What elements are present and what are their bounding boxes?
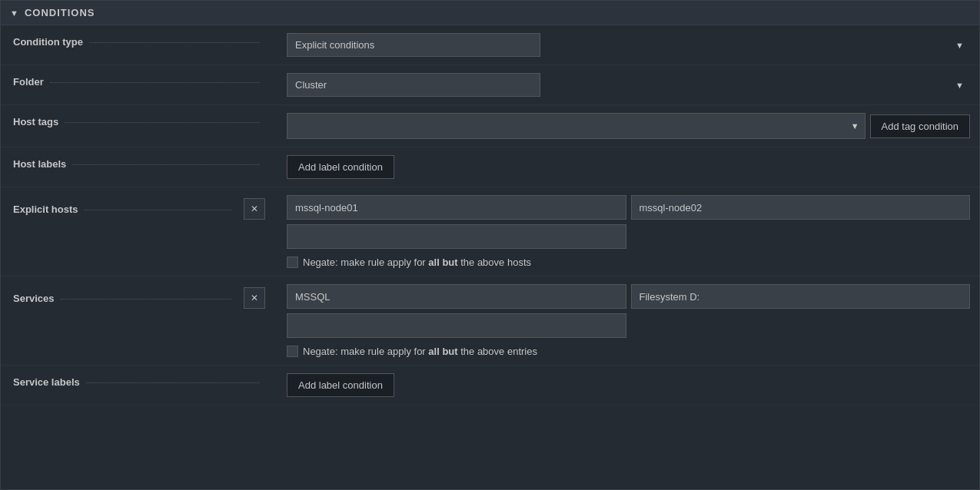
label-dots xyxy=(61,299,232,300)
host-tags-select-wrapper: ▼ xyxy=(287,113,865,139)
negate-prefix: Negate: make rule apply for xyxy=(303,257,428,268)
explicit-hosts-inputs xyxy=(287,195,970,249)
folder-select[interactable]: Cluster Main Other xyxy=(287,73,540,97)
explicit-hosts-negate-label: Negate: make rule apply for all but the … xyxy=(303,257,531,268)
host-labels-btn-row: Add label condition xyxy=(287,155,970,179)
label-dots xyxy=(85,210,231,210)
services-row: Services ✕ Negate: make rule apply for a… xyxy=(1,276,979,366)
host-labels-label-text: Host labels xyxy=(13,158,66,170)
service-input-2[interactable] xyxy=(631,284,971,309)
service-labels-label: Service labels xyxy=(1,366,277,399)
negate-bold: all but xyxy=(428,346,457,357)
label-dots xyxy=(86,382,259,383)
host-tags-select[interactable] xyxy=(287,113,865,139)
services-label-text: Services xyxy=(13,293,55,304)
condition-type-select[interactable]: Explicit conditions All hosts No conditi… xyxy=(287,33,540,57)
conditions-body: Condition type Explicit conditions All h… xyxy=(1,25,979,406)
host-tags-wrapper: ▼ Add tag condition xyxy=(287,113,970,139)
service-input-3[interactable] xyxy=(287,313,626,338)
explicit-hosts-negate-checkbox[interactable] xyxy=(287,257,298,268)
label-dots xyxy=(65,122,259,123)
host-labels-label: Host labels xyxy=(1,147,277,180)
service-labels-label-text: Service labels xyxy=(13,376,80,388)
folder-row: Folder Cluster Main Other ▼ xyxy=(1,65,979,105)
services-negate-row: Negate: make rule apply for all but the … xyxy=(287,346,970,357)
condition-type-dropdown-wrapper: Explicit conditions All hosts No conditi… xyxy=(287,33,970,57)
negate-suffix: the above entries xyxy=(458,346,537,357)
services-label-area: Services ✕ xyxy=(1,276,277,319)
folder-arrow-icon: ▼ xyxy=(955,81,964,90)
label-dots xyxy=(89,42,259,43)
explicit-hosts-row: Explicit hosts ✕ Negate: make rule apply… xyxy=(1,187,979,276)
explicit-host-input-1[interactable] xyxy=(287,195,626,220)
explicit-hosts-content: Negate: make rule apply for all but the … xyxy=(277,187,979,276)
add-service-label-condition-button[interactable]: Add label condition xyxy=(287,373,394,397)
services-remove-button[interactable]: ✕ xyxy=(244,287,265,309)
folder-content: Cluster Main Other ▼ xyxy=(277,65,979,104)
explicit-hosts-label-area: Explicit hosts ✕ xyxy=(1,187,277,230)
condition-type-content: Explicit conditions All hosts No conditi… xyxy=(277,25,979,65)
folder-label: Folder xyxy=(1,65,277,98)
conditions-header: ▼ CONDITIONS xyxy=(1,1,979,25)
service-labels-row: Service labels Add label condition xyxy=(1,366,979,406)
folder-label-text: Folder xyxy=(13,76,44,88)
service-labels-btn-row: Add label condition xyxy=(287,373,970,397)
host-tags-row: Host tags ▼ Add tag condition xyxy=(1,105,979,147)
add-tag-condition-button[interactable]: Add tag condition xyxy=(870,114,970,138)
explicit-hosts-remove-button[interactable]: ✕ xyxy=(244,198,265,220)
explicit-host-input-2[interactable] xyxy=(631,195,971,220)
explicit-host-input-3[interactable] xyxy=(287,224,626,249)
conditions-panel: ▼ CONDITIONS Condition type Explicit con… xyxy=(0,0,980,490)
add-host-label-condition-button[interactable]: Add label condition xyxy=(287,155,394,179)
services-inputs xyxy=(287,284,970,338)
explicit-hosts-label-text: Explicit hosts xyxy=(13,204,78,215)
negate-suffix: the above hosts xyxy=(458,257,531,268)
service-input-1[interactable] xyxy=(287,284,626,309)
condition-type-row: Condition type Explicit conditions All h… xyxy=(1,25,979,65)
host-tags-label: Host tags xyxy=(1,105,277,138)
services-negate-checkbox[interactable] xyxy=(287,346,298,357)
negate-prefix: Negate: make rule apply for xyxy=(303,346,428,357)
services-content: Negate: make rule apply for all but the … xyxy=(277,276,979,365)
conditions-title: CONDITIONS xyxy=(25,7,95,18)
condition-type-arrow-icon: ▼ xyxy=(955,41,964,50)
negate-bold: all but xyxy=(428,257,457,268)
condition-type-label-text: Condition type xyxy=(13,36,83,48)
chevron-down-icon: ▼ xyxy=(10,8,18,18)
host-labels-row: Host labels Add label condition xyxy=(1,147,979,187)
label-dots xyxy=(72,164,259,165)
explicit-hosts-negate-row: Negate: make rule apply for all but the … xyxy=(287,257,970,268)
host-tags-content: ▼ Add tag condition xyxy=(277,105,979,147)
services-negate-label: Negate: make rule apply for all but the … xyxy=(303,346,537,357)
label-dots xyxy=(50,82,259,83)
host-tags-label-text: Host tags xyxy=(13,116,58,127)
host-labels-content: Add label condition xyxy=(277,147,979,187)
condition-type-label: Condition type xyxy=(1,25,277,58)
folder-dropdown-wrapper: Cluster Main Other ▼ xyxy=(287,73,970,97)
service-labels-content: Add label condition xyxy=(277,366,979,405)
